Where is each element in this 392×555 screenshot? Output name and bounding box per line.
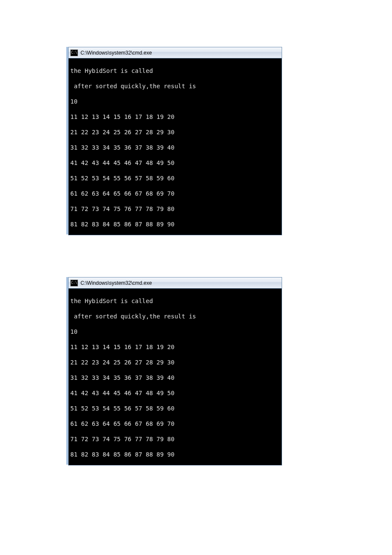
output-line: 10 — [70, 98, 280, 105]
window-title: C:\Windows\system32\cmd.exe — [81, 50, 152, 56]
titlebar[interactable]: C:\ C:\Windows\system32\cmd.exe — [69, 47, 282, 58]
output-line: 81 82 83 84 85 86 87 88 89 90 — [70, 220, 280, 228]
output-line: after sorted quickly,the result is — [70, 312, 280, 320]
output-line: the HybidSort is called — [70, 297, 280, 305]
output-line: 61 62 63 64 65 66 67 68 69 70 — [70, 190, 280, 197]
output-line: 71 72 73 74 75 76 77 78 79 80 — [70, 435, 280, 443]
cmd-window-1: C:\ C:\Windows\system32\cmd.exe the Hybi… — [68, 47, 282, 235]
output-line: 51 52 53 54 55 56 57 58 59 60 — [70, 405, 280, 412]
output-line: the HybidSort is called — [70, 67, 280, 75]
cmd-icon: C:\ — [70, 49, 78, 56]
cmd-window-2: C:\ C:\Windows\system32\cmd.exe the Hybi… — [68, 277, 282, 465]
cmd-icon: C:\ — [70, 280, 78, 286]
output-line: 11 12 13 14 15 16 17 18 19 20 — [70, 343, 280, 351]
output-line: 41 42 43 44 45 46 47 48 49 50 — [70, 159, 280, 167]
output-line: 71 72 73 74 75 76 77 78 79 80 — [70, 205, 280, 213]
output-line: 11 12 13 14 15 16 17 18 19 20 — [70, 113, 280, 121]
output-line: 41 42 43 44 45 46 47 48 49 50 — [70, 389, 280, 397]
output-line: 81 82 83 84 85 86 87 88 89 90 — [70, 451, 280, 458]
titlebar[interactable]: C:\ C:\Windows\system32\cmd.exe — [69, 278, 282, 289]
output-line: 10 — [70, 328, 280, 335]
console-output[interactable]: the HybidSort is called after sorted qui… — [69, 58, 282, 235]
output-line: 31 32 33 34 35 36 37 38 39 40 — [70, 144, 280, 151]
output-line: 31 32 33 34 35 36 37 38 39 40 — [70, 374, 280, 382]
output-line: after sorted quickly,the result is — [70, 82, 280, 90]
output-line: 21 22 23 24 25 26 27 28 29 30 — [70, 128, 280, 136]
console-output[interactable]: the HybidSort is called after sorted qui… — [69, 289, 282, 465]
output-line: 61 62 63 64 65 66 67 68 69 70 — [70, 420, 280, 428]
output-line: 21 22 23 24 25 26 27 28 29 30 — [70, 358, 280, 366]
window-title: C:\Windows\system32\cmd.exe — [81, 280, 152, 286]
output-line: 51 52 53 54 55 56 57 58 59 60 — [70, 174, 280, 182]
